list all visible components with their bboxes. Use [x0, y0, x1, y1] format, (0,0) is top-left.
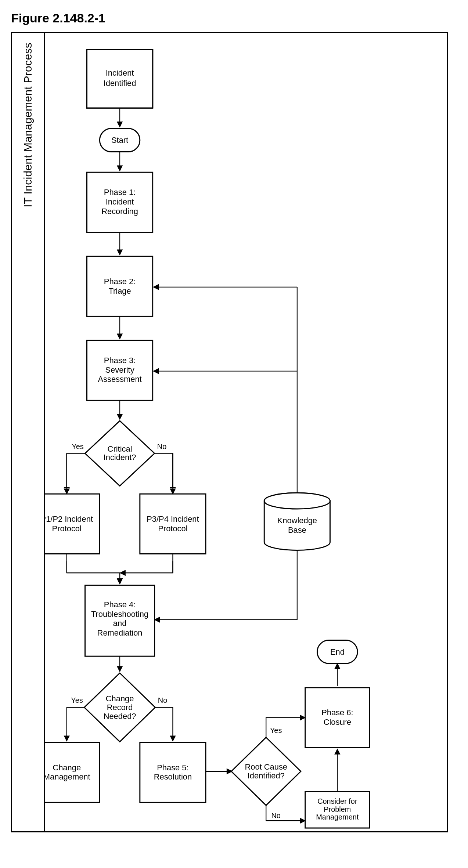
- svg-text:Root Cause: Root Cause: [245, 762, 287, 771]
- svg-text:P3/P4 Incident: P3/P4 Incident: [147, 514, 199, 524]
- svg-text:Management: Management: [316, 813, 359, 821]
- svg-text:Severity: Severity: [105, 365, 134, 375]
- node-knowledge-base: Knowledge Base: [264, 493, 330, 550]
- svg-text:Record: Record: [107, 703, 133, 712]
- svg-text:Protocol: Protocol: [158, 524, 187, 533]
- svg-text:Closure: Closure: [324, 717, 351, 727]
- label-no-2: No: [158, 696, 167, 704]
- svg-text:Identified: Identified: [104, 79, 136, 88]
- svg-text:Management: Management: [45, 772, 90, 781]
- svg-text:Phase 5:: Phase 5:: [157, 763, 188, 772]
- svg-text:Consider for: Consider for: [317, 797, 357, 805]
- text-end: End: [330, 647, 345, 657]
- node-p34-protocol: P3/P4 Incident Protocol: [140, 494, 206, 554]
- svg-text:Resolution: Resolution: [154, 772, 192, 781]
- svg-text:Change: Change: [53, 763, 81, 772]
- caption-text: IT Incident Management Process: [22, 33, 34, 217]
- svg-text:Troubleshooting: Troubleshooting: [91, 610, 148, 619]
- node-phase1: Phase 1: Incident Recording: [87, 172, 152, 232]
- svg-text:Knowledge: Knowledge: [277, 516, 317, 525]
- diagram: Incident Identified Incident Identified …: [45, 33, 447, 831]
- svg-text:Recording: Recording: [101, 207, 138, 216]
- svg-text:Identified?: Identified?: [248, 771, 285, 780]
- node-p12-protocol: P1/P2 Incident Protocol: [45, 494, 100, 554]
- svg-text:P1/P2 Incident: P1/P2 Incident: [45, 514, 93, 524]
- node-critical-decision: Critical Incident?: [85, 421, 155, 486]
- node-end: End: [317, 640, 358, 663]
- svg-text:Problem: Problem: [324, 805, 351, 813]
- svg-text:Phase 6:: Phase 6:: [321, 708, 353, 717]
- text-start: Start: [111, 135, 128, 145]
- svg-text:Triage: Triage: [108, 286, 131, 296]
- figure-frame: IT Incident Management Process: [11, 32, 448, 832]
- caption-column: IT Incident Management Process: [12, 33, 45, 831]
- label-yes-2: Yes: [71, 696, 83, 704]
- svg-point-111: [264, 493, 330, 509]
- svg-text:Incident: Incident: [106, 197, 134, 206]
- figure-label: Figure 2.148.2-1: [11, 11, 457, 25]
- svg-text:Incident?: Incident?: [104, 453, 136, 462]
- svg-text:Base: Base: [288, 525, 306, 535]
- node-incident-identified: Incident Identified: [87, 50, 152, 108]
- svg-text:Needed?: Needed?: [104, 712, 136, 721]
- svg-text:Change: Change: [106, 694, 134, 703]
- node-phase6: Phase 6: Closure: [305, 688, 370, 748]
- node-consider-problem: Consider for Problem Management: [305, 792, 370, 828]
- node-phase2: Phase 2: Triage: [87, 256, 152, 316]
- svg-text:Critical: Critical: [108, 444, 132, 453]
- svg-text:Incident: Incident: [106, 68, 134, 77]
- svg-text:Phase 1:: Phase 1:: [104, 188, 136, 197]
- node-change-management: Change Management: [45, 742, 100, 802]
- svg-text:Phase 3:: Phase 3:: [104, 356, 136, 365]
- label-yes: Yes: [72, 442, 84, 451]
- svg-text:Phase 2:: Phase 2:: [104, 277, 136, 286]
- node-phase3: Phase 3: Severity Assessment: [87, 340, 152, 400]
- svg-text:Phase 4:: Phase 4:: [104, 600, 136, 609]
- label-no: No: [157, 442, 166, 451]
- label-yes-3: Yes: [270, 726, 282, 734]
- svg-text:and: and: [113, 619, 127, 628]
- svg-text:Assessment: Assessment: [98, 375, 141, 384]
- node-phase4: Phase 4: Troubleshooting and Remediation: [85, 585, 155, 656]
- svg-text:Protocol: Protocol: [52, 524, 82, 533]
- svg-text:Remediation: Remediation: [97, 628, 143, 637]
- label-no-3: No: [271, 811, 280, 820]
- node-start: Start: [100, 129, 140, 152]
- node-phase5: Phase 5: Resolution: [140, 742, 206, 802]
